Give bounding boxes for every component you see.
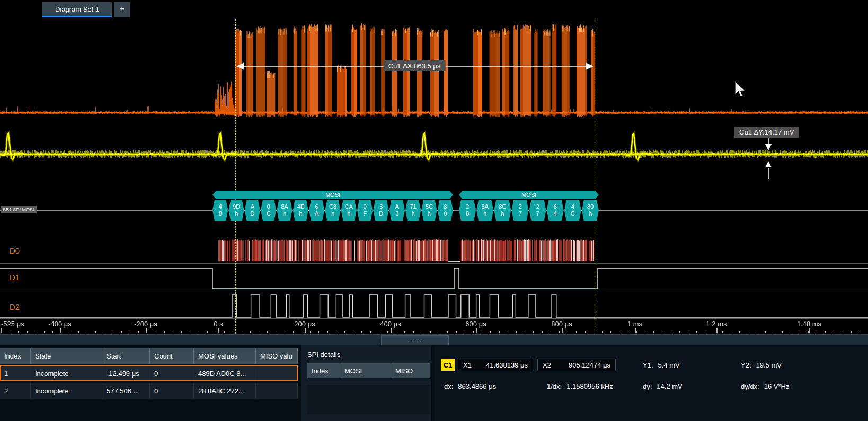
decode-table-cell: 28 8A8C 272... xyxy=(194,383,256,399)
decode-table-cell: 0 xyxy=(150,365,194,381)
decode-table-column-header[interactable]: Start xyxy=(102,348,150,364)
decode-table-row[interactable]: 1Incomplete-12.499 μs0489D AD0C 8... xyxy=(0,365,298,381)
spi-decode-byte: 71 h xyxy=(405,200,421,221)
dx-readout: dx: 863.4866 μs xyxy=(444,382,496,390)
decode-table-cell: 0 xyxy=(150,383,194,399)
dy-dx-value: 16 V*Hz xyxy=(764,382,790,390)
x1-field[interactable]: X1 41.638139 μs xyxy=(458,359,533,371)
tab-diagram-set-1[interactable]: Diagram Set 1 xyxy=(42,2,112,17)
dx-value: 863.4866 μs xyxy=(458,382,496,390)
spi-decode-byte: 6 4 xyxy=(547,200,564,221)
decode-table-column-header[interactable]: Index xyxy=(0,348,31,364)
decode-table-body: 1Incomplete-12.499 μs0489D AD0C 8...2Inc… xyxy=(0,365,298,399)
spi-details-column-header[interactable]: Index xyxy=(307,363,340,378)
divider-drag-handle[interactable]: ····· xyxy=(381,335,449,346)
spi-decode-byte: 0 F xyxy=(357,200,373,221)
oscilloscope-window: Diagram Set 1 + Cu1 ΔX:863.5 μs Cu1 ΔY:1… xyxy=(0,0,868,421)
spi-decode-byte: 4E h xyxy=(293,200,308,221)
decode-result-table: IndexStateStartCountMOSI valuesMISO valu… xyxy=(0,348,298,399)
time-axis-label: -200 μs xyxy=(134,320,157,328)
inverse-dx-label: 1/dx: xyxy=(547,382,562,390)
cursor-set-badge[interactable]: C1 xyxy=(441,359,455,371)
time-axis-label: 1 ms xyxy=(627,320,642,328)
spi-decode-byte: A D xyxy=(245,200,260,221)
y1-value: 5.4 mV xyxy=(658,361,680,369)
decode-table-cell: 489D AD0C 8... xyxy=(194,365,256,381)
digital-channel-label-d1: D1 xyxy=(10,273,20,282)
spi-decode-byte: C8 h xyxy=(325,200,340,221)
spi-details-header: IndexMOSIMISO xyxy=(307,363,430,378)
delta-y-label: Cu1 ΔY:14.17 mV xyxy=(734,127,799,138)
spi-decode-byte: 4 C xyxy=(564,200,581,221)
time-axis-label: 1.2 ms xyxy=(706,320,727,328)
spi-decode-cells: 4 89D hA D0 C8A h4E h6 AC8 hCA h0 F3 DA … xyxy=(212,200,453,221)
inverse-dx-readout: 1/dx: 1.1580956 kHz xyxy=(547,382,613,390)
spi-decode-byte: 2 8 xyxy=(459,200,476,221)
spi-details-panel: SPI details IndexMOSIMISO xyxy=(301,345,431,421)
decode-table-cell: -12.499 μs xyxy=(102,365,150,381)
spi-decode-byte: 8C h xyxy=(494,200,511,221)
spi-decode-byte: 8 0 xyxy=(438,200,453,221)
spi-decode-byte: 8A h xyxy=(277,200,292,221)
delta-y-arrows xyxy=(763,136,774,180)
spi-decode-cells: 2 88A h8C h2 72 76 44 C80 h xyxy=(459,200,599,221)
time-axis-label: 1.48 ms xyxy=(797,320,821,328)
dy-label: dy: xyxy=(643,382,652,390)
decode-table-cell: Incomplete xyxy=(31,383,102,399)
x2-value: 905.12474 μs xyxy=(569,361,610,369)
spi-decode-group-header: MOSI xyxy=(212,191,453,199)
decode-table-cell: 2 xyxy=(0,383,31,399)
y1-readout: Y1: 5.4 mV xyxy=(643,361,680,369)
time-axis-label: -525 μs xyxy=(1,320,24,328)
spi-decode-byte: A 3 xyxy=(389,200,405,221)
decode-table-column-header[interactable]: Count xyxy=(150,348,194,364)
x1-label: X1 xyxy=(463,361,472,369)
spi-decode-byte: 2 7 xyxy=(511,200,528,221)
decode-table-header: IndexStateStartCountMOSI valuesMISO valu xyxy=(0,348,298,364)
spi-decode-byte: 6 A xyxy=(309,200,324,221)
delta-x-label: Cu1 ΔX:863.5 μs xyxy=(384,60,446,71)
decode-table-column-header[interactable]: MOSI values xyxy=(194,348,256,364)
x2-field[interactable]: X2 905.12474 μs xyxy=(537,359,616,371)
y1-label: Y1: xyxy=(643,361,653,369)
digital-channel-label-d0: D0 xyxy=(10,246,20,255)
spi-decode-byte: 9D h xyxy=(228,200,244,221)
spi-decode-byte: 80 h xyxy=(582,200,599,221)
bottom-panel: IndexStateStartCountMOSI valuesMISO valu… xyxy=(0,345,868,421)
decode-table-cell: 577.506 ... xyxy=(102,383,150,399)
decode-table-column-header[interactable]: MISO valu xyxy=(256,348,298,364)
y2-label: Y2: xyxy=(741,361,751,369)
time-axis-label: 600 μs xyxy=(465,320,486,328)
inverse-dx-value: 1.1580956 kHz xyxy=(566,382,613,390)
spi-decode-byte: 8A h xyxy=(476,200,493,221)
dy-dx-label: dy/dx: xyxy=(741,382,759,390)
spi-decode-byte: 4 8 xyxy=(212,200,228,221)
decode-table-cell: Incomplete xyxy=(31,365,102,381)
spi-decode-byte: 2 7 xyxy=(529,200,546,221)
y2-value: 19.5 mV xyxy=(756,361,782,369)
waveform-canvas xyxy=(0,0,868,335)
decode-table-column-header[interactable]: State xyxy=(31,348,102,364)
spi-details-title: SPI details xyxy=(301,345,431,359)
cursor-results-panel: C1 X1 41.638139 μs X2 905.12474 μs Y1: 5… xyxy=(435,345,868,421)
spi-details-column-header[interactable]: MISO xyxy=(391,363,430,378)
decode-table-cell xyxy=(256,365,298,381)
dx-label: dx: xyxy=(444,382,453,390)
y2-readout: Y2: 19.5 mV xyxy=(741,361,782,369)
diagram-tab-bar: Diagram Set 1 + xyxy=(42,2,130,17)
add-tab-button[interactable]: + xyxy=(114,2,130,17)
spi-decode-group-header: MOSI xyxy=(459,191,599,199)
x2-label: X2 xyxy=(543,361,551,369)
decode-table-cell xyxy=(256,383,298,399)
cursor-x2-line[interactable] xyxy=(595,19,595,334)
dy-value: 14.2 mV xyxy=(657,382,682,390)
decode-table-row[interactable]: 2Incomplete577.506 ...028 8A8C 272... xyxy=(0,383,298,399)
mouse-pointer-icon xyxy=(734,80,748,98)
spi-details-column-header[interactable]: MOSI xyxy=(340,363,391,378)
bus-label[interactable]: SB1 SPI MOSI xyxy=(1,206,37,213)
digital-channel-label-d2: D2 xyxy=(10,302,20,311)
time-axis-label: 0 s xyxy=(214,320,223,328)
decode-table-cell: 1 xyxy=(0,365,31,381)
dy-readout: dy: 14.2 mV xyxy=(643,382,683,390)
x1-value: 41.638139 μs xyxy=(486,361,528,369)
